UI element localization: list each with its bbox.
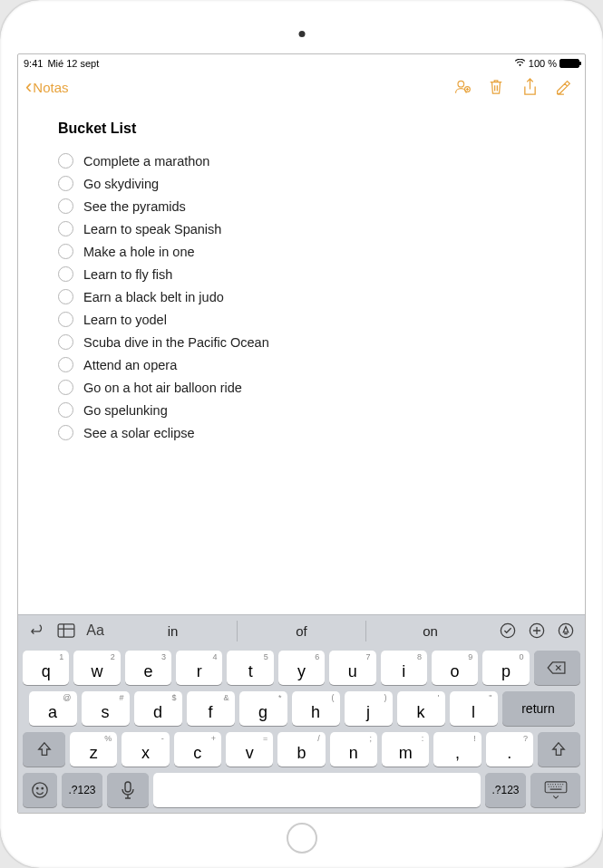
space-key[interactable] [153, 773, 481, 807]
checklist-item-text: Earn a black belt in judo [83, 290, 224, 304]
suggestion[interactable]: on [365, 621, 494, 641]
key-a[interactable]: @a [29, 691, 77, 726]
checkbox-circle[interactable] [58, 153, 73, 169]
key-w[interactable]: 2w [73, 651, 120, 685]
checkbox-circle[interactable] [58, 244, 73, 259]
checklist-item[interactable]: Go spelunking [58, 402, 558, 418]
key-n[interactable]: ;n [330, 732, 377, 767]
key-p[interactable]: 0p [482, 651, 529, 685]
back-button[interactable]: ‹ Notas [25, 77, 69, 97]
key-j[interactable]: )j [345, 691, 393, 726]
note-content[interactable]: Bucket List Complete a marathonGo skydiv… [18, 104, 585, 614]
svg-point-6 [33, 783, 47, 797]
checkbox-circle[interactable] [58, 198, 73, 214]
hide-keyboard-key[interactable] [530, 773, 580, 807]
compose-icon[interactable] [554, 78, 572, 96]
checkbox-circle[interactable] [58, 221, 73, 236]
checklist-item[interactable]: Make a hole in one [58, 244, 558, 259]
checklist-item-text: See the pyramids [83, 199, 186, 214]
shift-key-right[interactable] [538, 732, 580, 767]
return-key[interactable]: return [502, 691, 575, 726]
status-time: 9:41 [24, 58, 43, 69]
key-u[interactable]: 7u [329, 651, 375, 685]
key-g[interactable]: *g [239, 691, 287, 726]
key-y[interactable]: 6y [278, 651, 325, 685]
trash-icon[interactable] [487, 78, 505, 96]
checklist-item-text: Scuba dive in the Pacific Ocean [83, 335, 269, 350]
key-h[interactable]: (h [292, 691, 340, 726]
status-battery-pct: 100 % [529, 58, 557, 69]
checkbox-circle[interactable] [58, 380, 73, 395]
key-,[interactable]: !, [433, 732, 481, 767]
checkbox-circle[interactable] [58, 357, 73, 372]
checkbox-circle[interactable] [58, 266, 73, 282]
share-icon[interactable] [520, 78, 539, 96]
table-icon[interactable] [56, 621, 76, 641]
checklist-item[interactable]: Attend an opera [58, 357, 558, 372]
suggestion[interactable]: in [109, 621, 237, 641]
text-format-icon[interactable]: Aa [85, 621, 105, 641]
checklist-item[interactable]: Learn to speak Spanish [58, 221, 558, 236]
checkbox-circle[interactable] [58, 289, 73, 304]
key-c[interactable]: +c [174, 732, 221, 767]
checklist-item-text: Make a hole in one [83, 245, 195, 259]
key-v[interactable]: =v [226, 732, 273, 767]
battery-icon [559, 59, 579, 68]
key-q[interactable]: 1q [23, 651, 69, 685]
checklist-icon[interactable] [498, 621, 518, 641]
note-title: Bucket List [58, 121, 558, 137]
key-f[interactable]: &f [187, 691, 235, 726]
emoji-key[interactable] [23, 773, 57, 807]
key-x[interactable]: -x [122, 732, 169, 767]
undo-icon[interactable] [27, 621, 47, 641]
checklist-item[interactable]: See the pyramids [58, 198, 558, 214]
ipad-frame: 9:41 Mié 12 sept 100 % ‹ Notas [0, 0, 603, 868]
add-person-icon[interactable] [453, 78, 472, 96]
checklist-item[interactable]: Scuba dive in the Pacific Ocean [58, 334, 558, 350]
key-.[interactable]: ?. [486, 732, 533, 767]
checklist-item[interactable]: Complete a marathon [58, 153, 558, 169]
checklist-item-text: Go on a hot air balloon ride [83, 381, 242, 395]
key-b[interactable]: /b [277, 732, 325, 767]
key-k[interactable]: 'k [397, 691, 445, 726]
suggestion[interactable]: of [237, 621, 365, 641]
key-t[interactable]: 5t [227, 651, 273, 685]
key-e[interactable]: 3e [125, 651, 171, 685]
key-l[interactable]: "l [450, 691, 498, 726]
checklist-item[interactable]: Go on a hot air balloon ride [58, 380, 558, 395]
shift-key-left[interactable] [23, 732, 65, 767]
key-s[interactable]: #s [82, 691, 130, 726]
key-d[interactable]: $d [134, 691, 182, 726]
checklist-item[interactable]: Earn a black belt in judo [58, 289, 558, 304]
checklist-item[interactable]: Learn to fly fish [58, 266, 558, 282]
checklist-item[interactable]: Learn to yodel [58, 312, 558, 327]
checkbox-circle[interactable] [58, 176, 73, 191]
backspace-key[interactable] [534, 651, 580, 685]
dictate-key[interactable] [107, 773, 149, 807]
key-i[interactable]: 8i [381, 651, 427, 685]
checkbox-circle[interactable] [58, 425, 73, 440]
screen: 9:41 Mié 12 sept 100 % ‹ Notas [17, 53, 586, 814]
checkbox-circle[interactable] [58, 334, 73, 350]
checklist-item-text: Attend an opera [83, 358, 177, 372]
key-r[interactable]: 4r [176, 651, 222, 685]
markup-icon[interactable] [556, 621, 576, 641]
checkbox-circle[interactable] [58, 402, 73, 418]
checklist-item[interactable]: See a solar eclipse [58, 425, 558, 440]
key-o[interactable]: 9o [432, 651, 478, 685]
home-button[interactable] [287, 823, 317, 854]
numbers-key-left[interactable]: .?123 [62, 773, 102, 807]
back-label: Notas [33, 80, 68, 95]
svg-point-7 [37, 787, 38, 788]
checklist: Complete a marathonGo skydivingSee the p… [58, 153, 558, 440]
keyboard-suggestion-bar: Aa inofon [18, 615, 585, 646]
checklist-item-text: Learn to fly fish [83, 267, 172, 282]
svg-rect-9 [125, 782, 131, 792]
checklist-item[interactable]: Go skydiving [58, 176, 558, 191]
checkbox-circle[interactable] [58, 312, 73, 327]
key-z[interactable]: %z [70, 732, 117, 767]
numbers-key-right[interactable]: .?123 [485, 773, 526, 807]
camera-dot [298, 31, 305, 37]
key-m[interactable]: :m [382, 732, 429, 767]
add-icon[interactable] [527, 621, 547, 641]
